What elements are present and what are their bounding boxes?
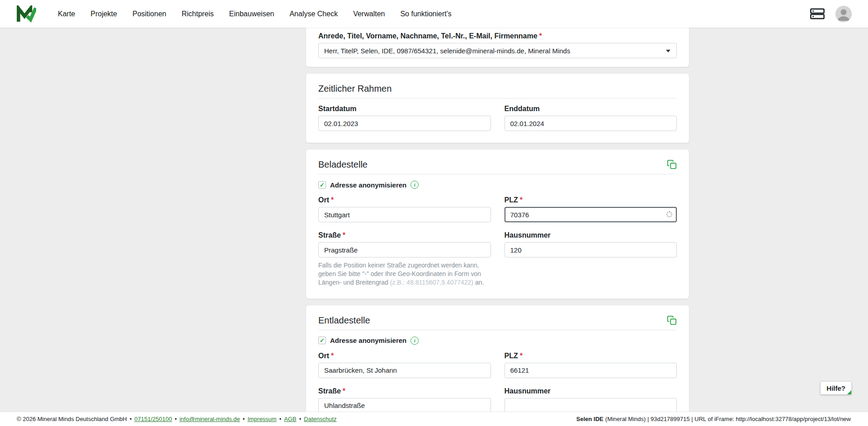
server-icon[interactable]	[810, 8, 825, 20]
separator: •	[279, 416, 282, 422]
plz-label: PLZ*	[505, 352, 677, 360]
required-asterisk: *	[520, 352, 523, 360]
hausnummer-label: Hausnummer	[505, 387, 677, 395]
footer-left: © 2026 Mineral Minds Deutschland GmbH • …	[17, 416, 337, 422]
footer-debug-info: Selen IDE(Mineral Minds) | 93d217899715 …	[576, 416, 851, 422]
enddatum-input[interactable]	[505, 116, 677, 131]
contact-label-text: Anrede, Titel, Vorname, Nachname, Tel.-N…	[318, 32, 538, 40]
anonymize-checkbox[interactable]: ✓	[318, 337, 326, 344]
startdatum-label: Startdatum	[318, 105, 491, 113]
loading-spinner-icon	[666, 211, 672, 217]
contact-card: Anrede, Titel, Vorname, Nachname, Tel.-N…	[306, 28, 689, 67]
beladestelle-card-title: Beladestelle	[318, 159, 368, 169]
form-content: Anrede, Titel, Vorname, Nachname, Tel.-N…	[306, 28, 689, 426]
footer-link-email[interactable]: info@mineral-minds.de	[179, 416, 240, 422]
nav-item-richtpreis[interactable]: Richtpreis	[182, 10, 214, 18]
copy-icon[interactable]	[667, 159, 677, 169]
contact-select[interactable]: Herr, TitelP, Selen, IDE, 0987/654321, s…	[318, 43, 677, 58]
main-nav: Karte Projekte Positionen Richtpreis Ein…	[58, 10, 452, 18]
nav-item-einbauweisen[interactable]: Einbauweisen	[229, 10, 274, 18]
nav-item-positionen[interactable]: Positionen	[132, 10, 166, 18]
person-icon	[835, 6, 852, 22]
chevron-down-icon	[666, 50, 670, 52]
plz-input[interactable]	[505, 363, 677, 378]
hausnummer-input[interactable]	[505, 242, 677, 257]
required-asterisk: *	[343, 231, 345, 239]
brand-logo[interactable]	[16, 5, 36, 23]
divider	[318, 98, 677, 98]
footer-link-impressum[interactable]: Impressum	[247, 416, 276, 422]
separator: •	[299, 416, 302, 422]
check-icon: ✓	[320, 337, 325, 343]
enddatum-label: Enddatum	[505, 105, 677, 113]
nav-item-analyse-check[interactable]: Analyse Check	[289, 10, 338, 18]
navbar-right	[810, 6, 852, 22]
required-asterisk: *	[539, 32, 542, 40]
footer-link-datenschutz[interactable]: Datenschutz	[304, 416, 336, 422]
help-button[interactable]: Hilfe?	[821, 382, 851, 394]
nav-item-so-funktionierts[interactable]: So funktioniert's	[400, 10, 451, 18]
logo-icon	[16, 5, 36, 23]
copy-icon[interactable]	[667, 315, 677, 325]
required-asterisk: *	[343, 387, 345, 395]
separator: •	[243, 416, 245, 422]
user-avatar[interactable]	[835, 6, 852, 22]
timeframe-card-title: Zeitlicher Rahmen	[318, 84, 392, 94]
check-icon: ✓	[320, 182, 325, 188]
help-button-label: Hilfe?	[826, 384, 845, 392]
anonymize-label[interactable]: Adresse anonymisieren	[330, 337, 406, 344]
entladestelle-card-title: Entladestelle	[318, 315, 370, 325]
anonymize-checkbox[interactable]: ✓	[318, 181, 326, 189]
divider	[318, 174, 677, 174]
strasse-label: Straße*	[318, 387, 491, 395]
ort-label: Ort*	[318, 196, 491, 204]
nav-item-projekte[interactable]: Projekte	[90, 10, 117, 18]
strasse-input[interactable]	[318, 398, 491, 413]
beladestelle-card: Beladestelle ✓ Adresse anonymisieren i O…	[306, 150, 689, 299]
contact-select-value: Herr, TitelP, Selen, IDE, 0987/654321, s…	[324, 47, 570, 55]
required-asterisk: *	[331, 196, 334, 204]
hausnummer-input[interactable]	[505, 398, 677, 413]
hausnummer-label: Hausnummer	[505, 231, 677, 239]
nav-item-verwalten[interactable]: Verwalten	[353, 10, 385, 18]
strasse-label: Straße*	[318, 231, 491, 239]
info-icon[interactable]: i	[410, 337, 419, 345]
required-asterisk: *	[331, 352, 334, 360]
copyright-text: © 2026 Mineral Minds Deutschland GmbH	[17, 416, 127, 422]
contact-label: Anrede, Titel, Vorname, Nachname, Tel.-N…	[318, 32, 677, 40]
separator: •	[130, 416, 132, 422]
strasse-helper-text: Falls die Position keiner Straße zugeord…	[318, 261, 491, 287]
required-asterisk: *	[520, 196, 523, 204]
plz-label: PLZ*	[505, 196, 677, 204]
startdatum-input[interactable]	[318, 116, 491, 131]
footer-link-agb[interactable]: AGB	[284, 416, 296, 422]
footer-session-info: (Mineral Minds) | 93d217899715 | URL of …	[605, 416, 851, 422]
navbar: Karte Projekte Positionen Richtpreis Ein…	[0, 0, 868, 28]
footer: © 2026 Mineral Minds Deutschland GmbH • …	[0, 412, 868, 426]
nav-item-karte[interactable]: Karte	[58, 10, 75, 18]
footer-link-phone[interactable]: 07151/250100	[134, 416, 172, 422]
strasse-input[interactable]	[318, 242, 491, 257]
ort-input[interactable]	[318, 363, 491, 378]
entladestelle-card: Entladestelle ✓ Adresse anonymisieren i …	[306, 305, 689, 425]
plz-input[interactable]	[505, 207, 677, 222]
ort-label: Ort*	[318, 352, 491, 360]
separator: •	[175, 416, 177, 422]
anonymize-label[interactable]: Adresse anonymisieren	[330, 181, 406, 189]
timeframe-card: Zeitlicher Rahmen Startdatum Enddatum	[306, 74, 689, 143]
ort-input[interactable]	[318, 207, 491, 222]
divider	[318, 330, 677, 330]
info-icon[interactable]: i	[410, 181, 419, 189]
footer-app-name: Selen IDE	[576, 416, 604, 422]
